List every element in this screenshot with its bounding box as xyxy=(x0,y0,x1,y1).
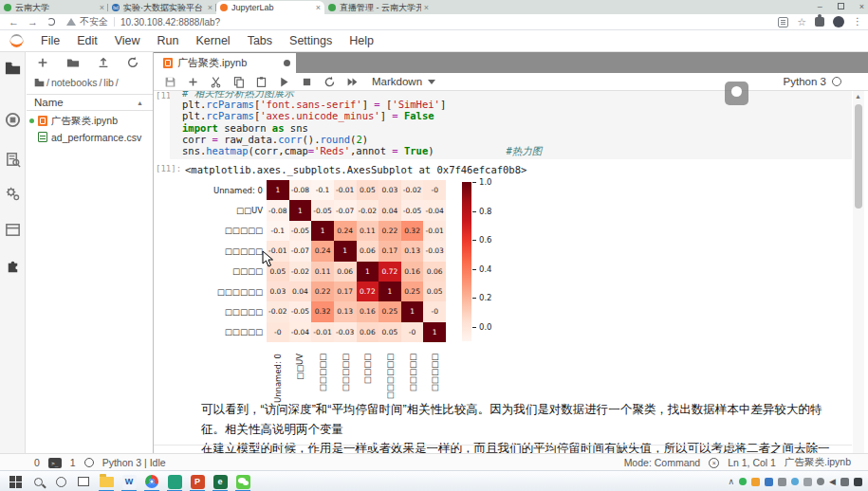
menu-edit[interactable]: Edit xyxy=(68,34,106,47)
forward-icon[interactable]: → xyxy=(28,16,38,27)
taskbar-green-app[interactable]: e xyxy=(212,474,228,489)
menu-run[interactable]: Run xyxy=(149,34,188,47)
heatmap-cell: 1 xyxy=(401,301,424,321)
tray-snow-icon[interactable] xyxy=(791,478,799,485)
taskbar-word-app[interactable]: W xyxy=(121,474,137,489)
taskbar-wechat[interactable] xyxy=(235,474,250,489)
restart-icon[interactable] xyxy=(323,76,336,88)
taskbar-file-explorer[interactable] xyxy=(99,474,114,489)
tray-green-icon[interactable] xyxy=(739,478,747,485)
browser-menu-icon[interactable]: ⋮ xyxy=(853,17,862,27)
kernel-status-label[interactable]: Python 3 | Idle xyxy=(102,457,166,468)
scrollbar-thumb[interactable] xyxy=(855,104,862,209)
run-icon[interactable] xyxy=(278,76,290,88)
notebook-toolbar: Markdown xyxy=(154,73,868,91)
stop-icon[interactable] xyxy=(301,76,313,88)
minimize-button[interactable]: – xyxy=(818,2,822,11)
tab-close-icon[interactable]: × xyxy=(316,3,321,12)
maximize-button[interactable] xyxy=(838,3,844,9)
extensions-icon[interactable] xyxy=(815,17,824,27)
cut-icon[interactable] xyxy=(210,76,222,88)
notebook-scrollbar[interactable]: ▲ xyxy=(853,91,864,453)
tab-close-icon[interactable]: × xyxy=(424,3,429,12)
scroll-up-icon[interactable]: ▲ xyxy=(855,93,861,100)
browser-tab[interactable]: JupyterLab× xyxy=(216,1,324,14)
tray-headset-icon[interactable] xyxy=(817,478,824,485)
tray-blue-icon[interactable] xyxy=(765,478,773,486)
tray-orange-icon[interactable] xyxy=(751,478,760,486)
taskbar-task-view[interactable] xyxy=(76,474,91,489)
taskbar-start[interactable] xyxy=(8,474,23,489)
running-kernels-icon[interactable] xyxy=(4,111,22,129)
kernel-name-label[interactable]: Python 3 xyxy=(784,76,826,87)
menu-view[interactable]: View xyxy=(106,34,149,47)
tray-usb-icon[interactable] xyxy=(803,478,812,486)
bookmark-star-icon[interactable]: ☆ xyxy=(797,17,806,27)
code-cell[interactable]: # 相关性分析热力图展示plt.rcParams['font.sans-seri… xyxy=(170,91,852,159)
name-column-header[interactable]: Name ▲ xyxy=(27,94,153,111)
new-launcher-icon[interactable] xyxy=(36,56,49,71)
copy-icon[interactable] xyxy=(232,76,245,88)
extensions-icon[interactable] xyxy=(4,257,22,275)
markdown-line: 在建立模型的时候，作用是一样或者效果是一样的，而且我们的平均停留时间有缺失值，所… xyxy=(201,439,835,453)
chevron-up-icon[interactable]: ∧ xyxy=(728,477,734,486)
browser-tab[interactable]: bd实验·大数据实验平台× xyxy=(108,1,216,14)
breadcrumb-notebooks[interactable]: notebooks xyxy=(51,77,97,88)
add-cell-icon[interactable] xyxy=(187,76,199,88)
notebook-tab[interactable]: 广告聚类.ipynb xyxy=(154,53,296,73)
menu-help[interactable]: Help xyxy=(341,34,382,47)
tab-close-icon[interactable]: × xyxy=(208,3,212,12)
translate-icon[interactable] xyxy=(778,17,788,27)
taskbar-chrome[interactable] xyxy=(144,474,159,489)
taskbar-search[interactable] xyxy=(30,474,46,489)
heatmap-cell: -0.02 xyxy=(289,262,312,282)
kernel-status-icon[interactable] xyxy=(832,77,841,86)
file-browser-icon[interactable] xyxy=(4,60,22,78)
command-palette-icon[interactable] xyxy=(4,151,22,169)
tray-network-icon[interactable] xyxy=(840,478,849,486)
browser-tab[interactable]: 直播管理 - 云南大学开放平台× xyxy=(324,1,433,14)
breadcrumb-lib[interactable]: lib xyxy=(103,77,114,88)
menu-kernel[interactable]: Kernel xyxy=(188,34,239,47)
taskbar-powerpoint[interactable]: P xyxy=(190,474,205,489)
save-icon[interactable] xyxy=(164,76,176,88)
heatmap-cell: 0.24 xyxy=(311,241,334,261)
cell-type-dropdown[interactable]: Markdown xyxy=(372,76,435,87)
cortana-icon xyxy=(56,477,66,487)
upload-icon[interactable] xyxy=(97,56,110,71)
breadcrumb[interactable]: /notebooks/lib/ xyxy=(34,77,119,88)
browser-tab[interactable]: 云南大学× xyxy=(0,1,108,14)
menu-file[interactable]: File xyxy=(32,34,68,47)
url-text[interactable]: 10.30.108.42:8888/lab? xyxy=(120,17,220,27)
kernels-count[interactable]: 1 xyxy=(70,457,76,468)
back-icon[interactable]: ← xyxy=(9,16,19,27)
property-inspector-icon[interactable] xyxy=(4,185,22,203)
profile-avatar[interactable] xyxy=(833,16,844,27)
terminals-count[interactable]: 0 xyxy=(34,457,40,468)
notifications-icon[interactable]: × xyxy=(709,458,719,468)
code-line: import seaborn as sns xyxy=(182,122,308,134)
menu-settings[interactable]: Settings xyxy=(281,34,341,47)
heatmap-ylabel: □□□□□□ xyxy=(157,287,263,297)
reload-icon[interactable] xyxy=(47,18,55,26)
heatmap-cell: 0.05 xyxy=(357,180,379,200)
file-name: 广告聚类.ipynb xyxy=(51,115,118,128)
tray-mic-icon[interactable] xyxy=(778,478,786,486)
new-folder-icon[interactable] xyxy=(66,56,80,71)
file-row[interactable]: ad_performance.csv xyxy=(27,129,153,145)
paste-icon[interactable] xyxy=(255,76,268,88)
open-tabs-icon[interactable] xyxy=(4,221,22,239)
refresh-icon[interactable] xyxy=(126,56,139,71)
breadcrumb-separator: / xyxy=(46,77,49,88)
file-row[interactable]: 广告聚类.ipynb xyxy=(27,113,153,129)
run-all-icon[interactable] xyxy=(346,76,359,88)
taskbar-remote-app[interactable] xyxy=(167,474,182,489)
menu-tabs[interactable]: Tabs xyxy=(239,34,281,47)
tab-close-icon[interactable]: × xyxy=(100,3,104,12)
close-button[interactable]: × xyxy=(859,2,864,11)
heatmap-cell: 0.25 xyxy=(401,282,424,301)
tray-keyboard-icon[interactable] xyxy=(854,478,862,486)
tray-volume-icon[interactable]: ◀ xyxy=(829,477,836,486)
explorer-icon xyxy=(100,477,114,487)
taskbar-cortana[interactable] xyxy=(53,474,68,489)
